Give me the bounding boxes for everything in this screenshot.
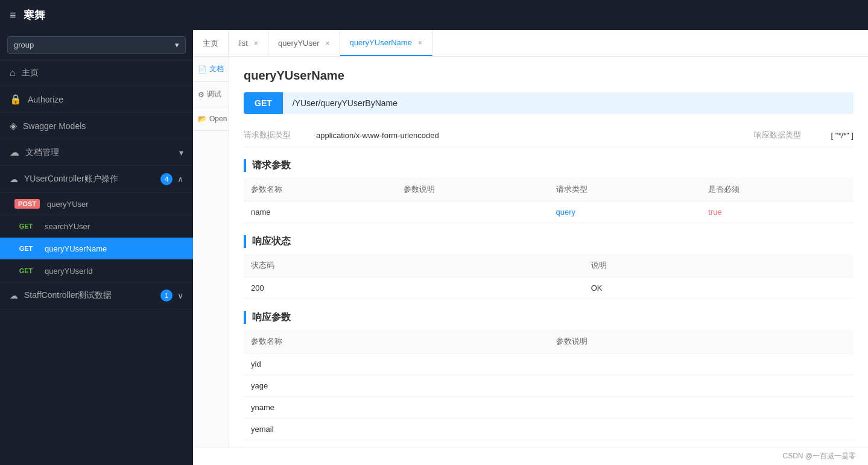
group-select-value: group xyxy=(14,40,34,49)
table-row: 200 OK xyxy=(244,277,854,299)
chevron-up-icon: ∧ xyxy=(177,174,183,184)
tab-queryyusername-label: queryYUserName xyxy=(350,38,412,47)
response-status-title: 响应状态 xyxy=(244,235,854,248)
request-params-table: 参数名称 参数说明 请求类型 是否必须 name query true xyxy=(244,178,854,223)
debug-tab-icon: ⚙ xyxy=(198,90,204,99)
col-param-type: 请求类型 xyxy=(549,178,702,201)
tab-list[interactable]: list × xyxy=(229,30,268,56)
sidebar: group ▾ ⌂ 主页 🔒 Authorize ◈ Swagger Model… xyxy=(0,30,193,465)
sidebar-item-swagger-models-label: Swagger Models xyxy=(23,121,86,131)
staff-count-badge: 1 xyxy=(160,289,173,302)
group-selector: group ▾ xyxy=(0,30,193,60)
group-select-dropdown[interactable]: group ▾ xyxy=(7,36,186,54)
response-status-table: 状态码 说明 200 OK xyxy=(244,254,854,299)
side-tab-doc[interactable]: 📄 文档 xyxy=(193,57,229,82)
sidebar-item-authorize-label: Authorize xyxy=(28,95,63,104)
method-get-badge: GET xyxy=(14,221,37,231)
section-staffcontroller[interactable]: ☁ StaffController测试数据 1 ∨ xyxy=(0,282,193,309)
method-get-badge: GET xyxy=(14,266,37,276)
col-resp-desc: 参数说明 xyxy=(549,330,854,353)
get-method-badge: GET xyxy=(244,92,283,114)
models-icon: ◈ xyxy=(10,120,17,131)
method-post-badge: POST xyxy=(14,199,40,209)
table-row: yage xyxy=(244,375,854,397)
response-content-type-label: 响应数据类型 xyxy=(754,130,826,141)
request-content-type-value: application/x-www-form-urlencoded xyxy=(316,131,439,140)
request-params-title: 请求参数 xyxy=(244,159,854,172)
side-tab-doc-label: 文档 xyxy=(209,64,224,74)
side-tab-open[interactable]: 📂 Open xyxy=(193,107,229,131)
api-doc-panel: queryYUserName GET /YUser/queryYUserByNa… xyxy=(229,57,868,447)
resp-param-desc xyxy=(549,375,854,397)
response-params-title: 响应参数 xyxy=(244,311,854,324)
tabs-bar: 主页 list × queryYUser × queryYUserName × xyxy=(193,30,868,57)
endpoint-row: GET /YUser/queryYUserByName xyxy=(244,92,854,114)
resp-param-desc xyxy=(549,353,854,375)
col-param-desc: 参数说明 xyxy=(396,178,549,201)
resp-param-desc xyxy=(549,397,854,419)
api-item-label: queryYUserName xyxy=(45,244,107,253)
tab-home-label: 主页 xyxy=(203,38,218,49)
sidebar-item-doc-management-label: 文档管理 xyxy=(25,147,59,158)
resp-param-name: yid xyxy=(244,353,549,375)
side-tabs: 📄 文档 ⚙ 调试 📂 Open xyxy=(193,57,229,447)
tab-list-close[interactable]: × xyxy=(254,39,258,48)
api-item-get-queryyuserid[interactable]: GET queryYUserId xyxy=(0,260,193,282)
sidebar-item-authorize[interactable]: 🔒 Authorize xyxy=(0,86,193,113)
resp-param-name: yname xyxy=(244,397,549,419)
col-status-desc: 说明 xyxy=(584,254,854,277)
side-tab-open-label: Open xyxy=(209,115,227,123)
tab-queryyuser[interactable]: queryYUser × xyxy=(268,30,340,56)
param-required: true xyxy=(701,201,854,223)
menu-icon[interactable]: ≡ xyxy=(10,9,16,22)
sidebar-item-doc-management[interactable]: ☁ 文档管理 ▾ xyxy=(0,139,193,166)
api-item-label: searchYUser xyxy=(45,222,90,231)
cloud-icon: ☁ xyxy=(10,174,18,184)
api-item-get-searchyuser[interactable]: GET searchYUser xyxy=(0,215,193,238)
api-item-post-queryyuser[interactable]: POST queryYUser xyxy=(0,193,193,215)
tab-queryyusername-close[interactable]: × xyxy=(418,39,422,47)
table-row: yemail xyxy=(244,419,854,440)
section-yusercontroller-label: YUserController账户操作 xyxy=(24,174,118,185)
footer: CSDN @一百减一是零 xyxy=(193,447,868,465)
section-yusercontroller[interactable]: ☁ YUserController账户操作 4 ∧ xyxy=(0,166,193,193)
top-header: ≡ 寒舞 xyxy=(0,0,868,30)
content-area: 主页 list × queryYUser × queryYUserName × … xyxy=(193,30,868,465)
side-tab-debug-label: 调试 xyxy=(207,89,221,100)
tab-queryyusername[interactable]: queryYUserName × xyxy=(340,30,432,56)
sidebar-item-home-label: 主页 xyxy=(22,68,39,78)
doc-tab-icon: 📄 xyxy=(198,65,207,74)
meta-row: 请求数据类型 application/x-www-form-urlencoded… xyxy=(244,124,854,147)
param-type: query xyxy=(549,201,702,223)
col-resp-name: 参数名称 xyxy=(244,330,549,353)
col-status-code: 状态码 xyxy=(244,254,584,277)
resp-param-name: yemail xyxy=(244,419,549,440)
sidebar-item-swagger-models[interactable]: ◈ Swagger Models xyxy=(0,113,193,139)
sidebar-item-home[interactable]: ⌂ 主页 xyxy=(0,60,193,86)
section-staffcontroller-label: StaffController测试数据 xyxy=(24,290,112,301)
api-title: queryYUserName xyxy=(244,69,854,83)
chevron-right-icon: ▾ xyxy=(179,148,183,157)
resp-param-name: yage xyxy=(244,375,549,397)
param-desc xyxy=(396,201,549,223)
request-content-type-label: 请求数据类型 xyxy=(244,130,316,141)
doc-icon: ☁ xyxy=(10,147,19,158)
status-code: 200 xyxy=(244,277,584,299)
table-row: name query true xyxy=(244,201,854,223)
tab-home[interactable]: 主页 xyxy=(193,30,229,56)
home-icon: ⌂ xyxy=(10,68,16,78)
col-param-name: 参数名称 xyxy=(244,178,396,201)
chevron-down-icon: ▾ xyxy=(175,40,179,49)
method-get-badge: GET xyxy=(14,244,37,253)
cloud-icon-2: ☁ xyxy=(10,291,18,300)
api-count-badge: 4 xyxy=(160,173,173,185)
tab-queryyuser-close[interactable]: × xyxy=(326,39,330,48)
col-param-required: 是否必须 xyxy=(701,178,854,201)
open-tab-icon: 📂 xyxy=(198,115,207,123)
table-row: yid xyxy=(244,353,854,375)
api-item-label: queryYUserId xyxy=(45,267,92,276)
response-params-table: 参数名称 参数说明 yid yage xyxy=(244,330,854,440)
side-tab-debug[interactable]: ⚙ 调试 xyxy=(193,82,229,107)
api-item-get-queryyusername[interactable]: GET queryYUserName xyxy=(0,238,193,260)
resp-param-desc xyxy=(549,419,854,440)
